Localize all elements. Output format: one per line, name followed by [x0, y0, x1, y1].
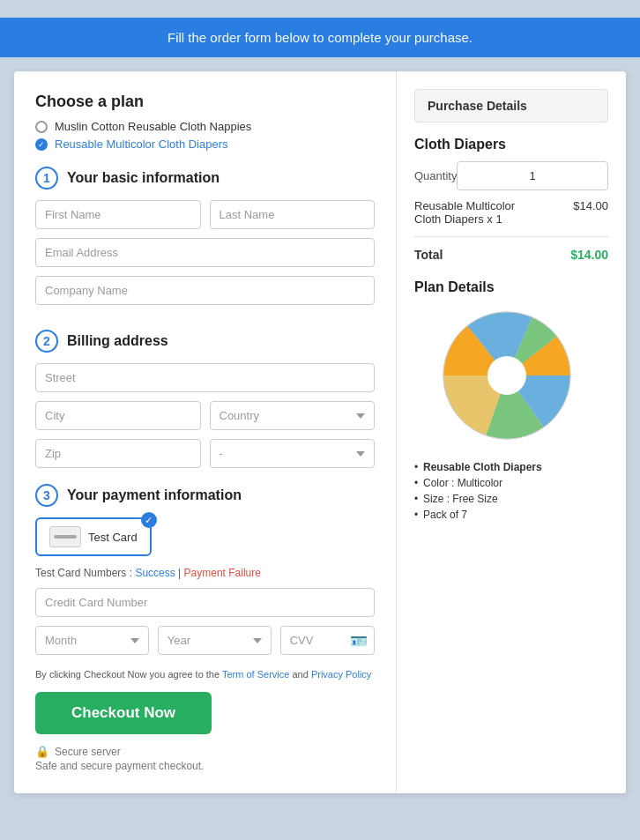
- card-option[interactable]: Test Card ✓: [35, 517, 152, 556]
- email-input[interactable]: [35, 238, 375, 267]
- feature-item-2: Color : Multicolor: [414, 477, 608, 489]
- product-image-container: [414, 308, 608, 449]
- last-name-field: [210, 200, 376, 229]
- product-image: [432, 308, 591, 449]
- choose-plan-title: Choose a plan: [35, 93, 375, 111]
- plan-features: Reusable Cloth Diapers Color : Multicolo…: [414, 461, 608, 521]
- year-field: Year 2024 2025 2026 2027: [158, 626, 272, 655]
- zip-state-row: -: [35, 439, 375, 468]
- billing-header: 2 Billing address: [35, 330, 375, 353]
- tos-link[interactable]: Term of Service: [222, 669, 289, 680]
- quantity-row: Quantity: [414, 161, 608, 190]
- card-label: Test Card: [88, 531, 138, 544]
- first-name-input[interactable]: [35, 200, 201, 229]
- failure-link[interactable]: Payment Failure: [184, 567, 261, 579]
- section-number-3: 3: [35, 484, 58, 507]
- globe-check-icon: [35, 138, 48, 151]
- cc-number-input[interactable]: [35, 588, 375, 617]
- privacy-link[interactable]: Privacy Policy: [311, 669, 371, 680]
- payment-row: Month 01 02 03 04 05 06 07 08 09 10 11 1…: [35, 626, 375, 655]
- billing-title: Billing address: [67, 333, 168, 349]
- checkout-button[interactable]: Checkout Now: [35, 692, 212, 734]
- cloth-diapers-title: Cloth Diapers: [414, 137, 608, 152]
- total-row: Total $14.00: [414, 248, 608, 262]
- banner-text: Fill the order form below to complete yo…: [167, 30, 473, 45]
- cvv-card-icon: 🪪: [350, 632, 368, 649]
- payment-title: Your payment information: [67, 487, 242, 503]
- month-select[interactable]: Month 01 02 03 04 05 06 07 08 09 10 11 1…: [35, 626, 149, 655]
- last-name-input[interactable]: [210, 200, 376, 229]
- month-field: Month 01 02 03 04 05 06 07 08 09 10 11 1…: [35, 626, 149, 655]
- city-country-row: Country: [35, 401, 375, 430]
- product-price: $14.00: [573, 199, 608, 212]
- product-row: Reusable Multicolor Cloth Diapers x 1 $1…: [414, 199, 608, 237]
- state-field: -: [210, 439, 376, 468]
- total-price: $14.00: [570, 248, 608, 262]
- street-input[interactable]: [35, 363, 375, 392]
- card-icon-inner: [54, 535, 77, 539]
- company-input[interactable]: [35, 276, 375, 305]
- page-wrapper: Fill the order form below to complete yo…: [0, 18, 640, 807]
- terms-before: By clicking Checkout Now you agree to th…: [35, 669, 220, 680]
- plan-option-1-label: Muslin Cotton Reusable Cloth Nappies: [55, 120, 251, 133]
- country-field: Country: [210, 401, 376, 430]
- svg-point-2: [487, 356, 526, 395]
- city-field: [35, 401, 201, 430]
- card-icon: [49, 526, 81, 547]
- payment-header: 3 Your payment information: [35, 484, 375, 507]
- country-select[interactable]: Country: [210, 401, 376, 430]
- lock-icon: 🔒: [35, 745, 49, 758]
- feature-item-4: Pack of 7: [414, 509, 608, 521]
- name-row: [35, 200, 375, 229]
- feature-item-3: Size : Free Size: [414, 493, 608, 505]
- zip-field: [35, 439, 201, 468]
- radio-unselected-icon: [35, 121, 48, 133]
- feature-label-3: Size : Free Size: [423, 493, 498, 505]
- section-number-1: 1: [35, 167, 58, 190]
- feature-label-4: Pack of 7: [423, 509, 467, 521]
- test-card-text: Test Card Numbers :: [35, 567, 132, 579]
- secure-info: 🔒 Secure server: [35, 745, 375, 758]
- safe-text: Safe and secure payment checkout.: [35, 760, 375, 772]
- plan-option-2-label: Reusable Multicolor Cloth Diapers: [55, 138, 228, 151]
- city-input[interactable]: [35, 401, 201, 430]
- plan-details-title: Plan Details: [414, 279, 608, 295]
- plan-option-1[interactable]: Muslin Cotton Reusable Cloth Nappies: [35, 120, 375, 133]
- plan-option-2[interactable]: Reusable Multicolor Cloth Diapers: [35, 138, 375, 151]
- basic-info-title: Your basic information: [67, 170, 220, 186]
- main-container: Choose a plan Muslin Cotton Reusable Clo…: [14, 71, 626, 793]
- state-select[interactable]: -: [210, 439, 376, 468]
- left-panel: Choose a plan Muslin Cotton Reusable Clo…: [14, 71, 397, 793]
- top-banner: Fill the order form below to complete yo…: [0, 18, 640, 57]
- product-name: Reusable Multicolor Cloth Diapers x 1: [414, 199, 538, 226]
- total-label: Total: [414, 248, 443, 262]
- section-number-2: 2: [35, 330, 58, 353]
- quantity-label: Quantity: [414, 169, 457, 182]
- card-check-icon: ✓: [141, 512, 157, 528]
- separator: |: [178, 567, 181, 579]
- purchase-details-header: Purchase Details: [414, 89, 608, 123]
- feature-label-1: Reusable Cloth Diapers: [423, 461, 542, 473]
- terms-text: By clicking Checkout Now you agree to th…: [35, 669, 375, 680]
- diapers-svg: [432, 308, 582, 444]
- success-link[interactable]: Success: [135, 567, 175, 579]
- cvv-field: 🪪: [280, 626, 375, 655]
- right-panel: Purchase Details Cloth Diapers Quantity …: [397, 71, 626, 793]
- feature-label-2: Color : Multicolor: [423, 477, 502, 489]
- year-select[interactable]: Year 2024 2025 2026 2027: [158, 626, 272, 655]
- first-name-field: [35, 200, 201, 229]
- basic-info-header: 1 Your basic information: [35, 167, 375, 190]
- zip-input[interactable]: [35, 439, 201, 468]
- feature-item-1: Reusable Cloth Diapers: [414, 461, 608, 473]
- quantity-input[interactable]: [457, 161, 608, 190]
- test-card-info: Test Card Numbers : Success | Payment Fa…: [35, 567, 375, 579]
- secure-label: Secure server: [55, 746, 121, 758]
- terms-connector: and: [292, 669, 308, 680]
